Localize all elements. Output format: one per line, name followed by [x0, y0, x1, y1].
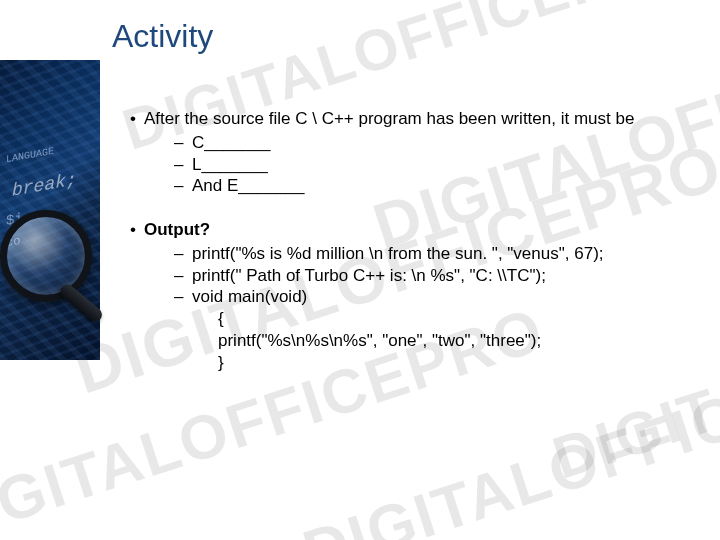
decor-text: break; [12, 169, 77, 200]
slide: DIGITALOFFICEPRO DIGITALOFFICEPRO DIGITA… [0, 0, 720, 540]
bullet-2-sub: –printf("%s is %d million \n from the su… [174, 243, 690, 265]
bullet-1-sub: –L_______ [174, 154, 690, 176]
bullet-2-text: Output? [144, 220, 210, 239]
code-line: { [218, 308, 690, 330]
code-line: printf("%s\n%s\n%s", "one", "two", "thre… [218, 330, 690, 352]
sub-text: C_______ [192, 133, 270, 152]
sub-text: printf("%s is %d million \n from the sun… [192, 244, 604, 263]
bullet-2: •Output? [130, 219, 690, 241]
sub-text: And E_______ [192, 176, 305, 195]
bullet-2-sub: –void main(void) [174, 286, 690, 308]
slide-title: Activity [112, 18, 213, 55]
decor-text: LANGUAGE [6, 146, 54, 165]
sub-text: printf(" Path of Turbo C++ is: \n %s", "… [192, 266, 546, 285]
bullet-1-text: After the source file C \ C++ program ha… [144, 109, 634, 128]
magnifying-glass-icon [0, 210, 100, 320]
bullet-1: •After the source file C \ C++ program h… [130, 108, 690, 130]
bullet-1-sub: –C_______ [174, 132, 690, 154]
slide-body: •After the source file C \ C++ program h… [130, 108, 690, 373]
bullet-2-sub: –printf(" Path of Turbo C++ is: \n %s", … [174, 265, 690, 287]
sub-text: void main(void) [192, 287, 307, 306]
code-line: } [218, 352, 690, 374]
sub-text: L_______ [192, 155, 268, 174]
bullet-1-sub: –And E_______ [174, 175, 690, 197]
